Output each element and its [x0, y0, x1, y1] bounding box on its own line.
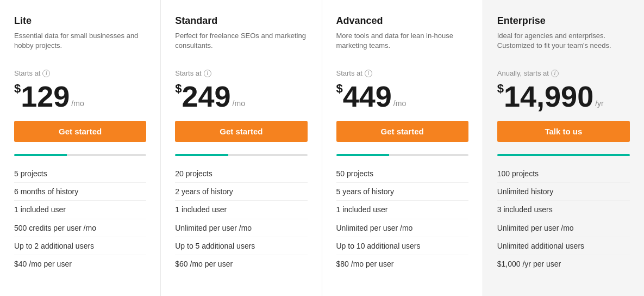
price-amount-advanced: 449 [343, 82, 392, 111]
feature-item-standard-5: $60 /mo per user [175, 255, 307, 273]
price-row-advanced: $ 449 /mo [336, 79, 468, 111]
price-row-lite: $ 129 /mo [14, 79, 146, 111]
starts-at-label-advanced: Starts at i [336, 69, 468, 77]
price-dollar-enterprise: $ [497, 83, 504, 95]
feature-list-advanced: 50 projects5 years of history1 included … [336, 165, 468, 273]
price-period-lite: /mo [71, 99, 84, 108]
feature-item-lite-0: 5 projects [14, 165, 146, 183]
feature-item-advanced-0: 50 projects [336, 165, 468, 183]
info-icon-advanced[interactable]: i [365, 70, 372, 77]
feature-item-enterprise-1: Unlimited history [497, 183, 630, 201]
feature-item-standard-1: 2 years of history [175, 183, 307, 201]
price-period-advanced: /mo [393, 99, 406, 108]
feature-item-advanced-4: Up to 10 additional users [336, 237, 468, 255]
plan-description-advanced: More tools and data for lean in-house ma… [336, 31, 468, 59]
plan-name-enterprise: Enterprise [497, 15, 630, 27]
plan-name-advanced: Advanced [336, 15, 468, 27]
feature-list-standard: 20 projects2 years of history1 included … [175, 165, 307, 273]
plan-description-lite: Essential data for small businesses and … [14, 31, 146, 59]
plan-card-lite: Lite Essential data for small businesses… [0, 0, 161, 296]
feature-item-standard-0: 20 projects [175, 165, 307, 183]
plan-name-standard: Standard [175, 15, 307, 27]
feature-list-lite: 5 projects6 months of history1 included … [14, 165, 146, 273]
divider-bar-advanced [336, 154, 468, 156]
feature-item-lite-5: $40 /mo per user [14, 255, 146, 273]
plan-card-advanced: Advanced More tools and data for lean in… [322, 0, 483, 296]
feature-item-standard-3: Unlimited per user /mo [175, 219, 307, 237]
info-icon-standard[interactable]: i [204, 70, 211, 77]
plan-description-standard: Perfect for freelance SEOs and marketing… [175, 31, 307, 59]
feature-item-lite-4: Up to 2 additional users [14, 237, 146, 255]
feature-item-enterprise-3: Unlimited per user /mo [497, 219, 630, 237]
price-dollar-advanced: $ [336, 83, 343, 95]
feature-item-lite-1: 6 months of history [14, 183, 146, 201]
price-amount-enterprise: 14,990 [504, 82, 593, 111]
starts-at-label-enterprise: Anually, starts at i [497, 69, 630, 77]
divider-bar-standard [175, 154, 307, 156]
feature-item-enterprise-2: 3 included users [497, 201, 630, 219]
cta-button-lite[interactable]: Get started [14, 121, 146, 142]
info-icon-enterprise[interactable]: i [551, 70, 559, 77]
feature-item-enterprise-0: 100 projects [497, 165, 630, 183]
feature-item-enterprise-5: $1,000 /yr per user [497, 255, 630, 273]
price-amount-standard: 249 [182, 82, 231, 111]
plan-card-standard: Standard Perfect for freelance SEOs and … [161, 0, 322, 296]
plan-name-lite: Lite [14, 15, 146, 27]
pricing-grid: Lite Essential data for small businesses… [0, 0, 644, 296]
info-icon-lite[interactable]: i [42, 70, 50, 77]
feature-item-advanced-1: 5 years of history [336, 183, 468, 201]
price-dollar-lite: $ [14, 83, 21, 95]
price-period-enterprise: /yr [595, 99, 604, 108]
feature-item-advanced-5: $80 /mo per user [336, 255, 468, 273]
starts-at-label-standard: Starts at i [175, 69, 307, 77]
feature-item-standard-2: 1 included user [175, 201, 307, 219]
divider-bar-enterprise [497, 154, 630, 156]
feature-item-advanced-2: 1 included user [336, 201, 468, 219]
feature-item-enterprise-4: Unlimited additional users [497, 237, 630, 255]
feature-item-lite-2: 1 included user [14, 201, 146, 219]
cta-button-enterprise[interactable]: Talk to us [497, 121, 630, 142]
price-row-enterprise: $ 14,990 /yr [497, 79, 630, 111]
plan-description-enterprise: Ideal for agencies and enterprises. Cust… [497, 31, 630, 59]
starts-at-label-lite: Starts at i [14, 69, 146, 77]
feature-item-lite-3: 500 credits per user /mo [14, 219, 146, 237]
plan-card-enterprise: Enterprise Ideal for agencies and enterp… [483, 0, 644, 296]
cta-button-advanced[interactable]: Get started [336, 121, 468, 142]
feature-item-advanced-3: Unlimited per user /mo [336, 219, 468, 237]
feature-item-standard-4: Up to 5 additional users [175, 237, 307, 255]
feature-list-enterprise: 100 projectsUnlimited history3 included … [497, 165, 630, 273]
price-amount-lite: 129 [21, 82, 70, 111]
cta-button-standard[interactable]: Get started [175, 121, 307, 142]
price-row-standard: $ 249 /mo [175, 79, 307, 111]
divider-bar-lite [14, 154, 146, 156]
price-period-standard: /mo [233, 99, 245, 108]
price-dollar-standard: $ [175, 83, 182, 95]
